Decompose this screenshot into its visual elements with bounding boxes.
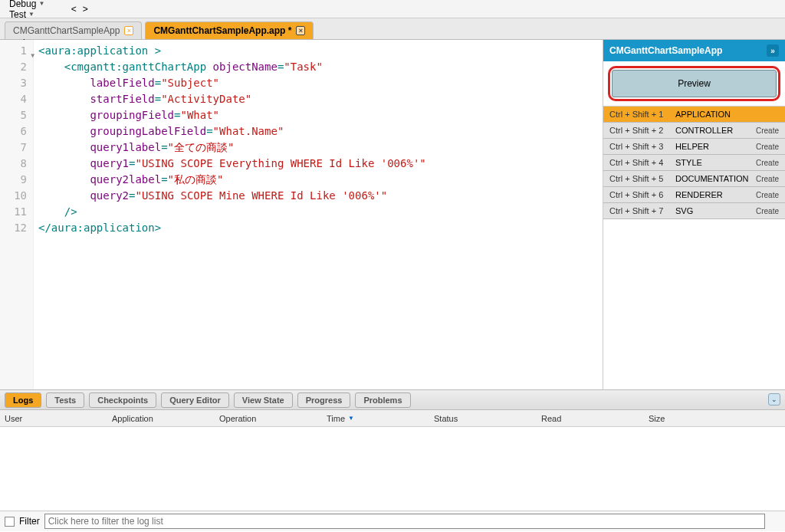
shortcut-label: Ctrl + Shift + 6 [609, 190, 675, 199]
nav-forward[interactable]: > [80, 4, 91, 15]
bundle-name: APPLICATION [675, 110, 779, 119]
chevron-down-icon: ▼ [38, 0, 44, 7]
col-time[interactable]: Time▼ [322, 414, 429, 423]
bottom-tab-progress[interactable]: Progress [297, 392, 351, 408]
filter-label: Filter [19, 516, 40, 527]
bottom-tab-view-state[interactable]: View State [234, 392, 293, 408]
editor-tabstrip: CMGanttChartSampleApp×CMGanttChartSample… [0, 18, 785, 40]
close-icon[interactable]: × [296, 26, 305, 35]
expand-icon[interactable]: » [767, 44, 779, 57]
bundle-name: SVG [675, 206, 756, 215]
shortcut-label: Ctrl + Shift + 4 [609, 158, 675, 167]
bundle-item-renderer[interactable]: Ctrl + Shift + 6RENDERERCreate [603, 187, 785, 203]
create-link[interactable]: Create [756, 175, 779, 183]
shortcut-label: Ctrl + Shift + 2 [609, 126, 675, 135]
shortcut-label: Ctrl + Shift + 1 [609, 110, 675, 119]
bundle-name: STYLE [675, 158, 756, 167]
bundle-header: CMGanttChartSampleApp » [603, 40, 785, 61]
create-link[interactable]: Create [756, 159, 779, 167]
col-operation[interactable]: Operation [215, 414, 322, 423]
bundle-item-application[interactable]: Ctrl + Shift + 1APPLICATION [603, 107, 785, 123]
bottom-tab-problems[interactable]: Problems [355, 392, 410, 408]
line-gutter: 1▼23456789101112 [0, 40, 34, 389]
sort-icon: ▼ [348, 415, 354, 422]
bundle-title: CMGanttChartSampleApp [609, 45, 722, 56]
bottom-tab-tests[interactable]: Tests [46, 392, 84, 408]
bundle-panel: CMGanttChartSampleApp » Preview Ctrl + S… [603, 40, 785, 389]
create-link[interactable]: Create [756, 126, 779, 135]
bundle-item-documentation[interactable]: Ctrl + Shift + 5DOCUMENTATIONCreate [603, 171, 785, 187]
bundle-name: HELPER [675, 142, 756, 151]
main-split: 1▼23456789101112 <aura:application > <cm… [0, 40, 785, 389]
chevron-down-icon: ▼ [28, 11, 34, 18]
bottom-panel: LogsTestsCheckpointsQuery EditorView Sta… [0, 389, 785, 531]
editor-tab[interactable]: CMGanttChartSampleApp× [5, 21, 142, 39]
bundle-list: Ctrl + Shift + 1APPLICATIONCtrl + Shift … [603, 107, 785, 219]
bottom-tab-checkpoints[interactable]: Checkpoints [89, 392, 156, 408]
nav-back[interactable]: < [68, 4, 80, 15]
bundle-name: DOCUMENTATION [675, 174, 756, 183]
bundle-name: CONTROLLER [675, 126, 756, 135]
tab-label: CMGanttChartSampleApp.app * [153, 25, 291, 36]
shortcut-label: Ctrl + Shift + 5 [609, 174, 675, 183]
col-read[interactable]: Read [537, 414, 644, 423]
create-link[interactable]: Create [756, 143, 779, 151]
create-link[interactable]: Create [756, 207, 779, 215]
filter-bar: Filter [0, 511, 785, 531]
bottom-tabstrip: LogsTestsCheckpointsQuery EditorView Sta… [0, 390, 785, 410]
menu-test[interactable]: Test ▼ [5, 9, 68, 20]
editor-tab[interactable]: CMGanttChartSampleApp.app *× [145, 21, 314, 39]
log-grid-header: User Application Operation Time▼ Status … [0, 410, 785, 427]
code-area[interactable]: <aura:application > <cmgantt:ganttChartA… [34, 40, 603, 389]
bundle-name: RENDERER [675, 190, 756, 199]
preview-highlight: Preview [603, 61, 785, 107]
shortcut-label: Ctrl + Shift + 3 [609, 142, 675, 151]
bundle-item-svg[interactable]: Ctrl + Shift + 7SVGCreate [603, 203, 785, 219]
tab-label: CMGanttChartSampleApp [13, 25, 120, 36]
close-icon[interactable]: × [124, 26, 133, 35]
col-status[interactable]: Status [429, 414, 537, 423]
code-editor[interactable]: 1▼23456789101112 <aura:application > <cm… [0, 40, 603, 389]
shortcut-label: Ctrl + Shift + 7 [609, 206, 675, 215]
col-size[interactable]: Size [644, 414, 785, 423]
menu-debug[interactable]: Debug ▼ [5, 0, 68, 9]
bottom-tab-logs[interactable]: Logs [5, 392, 41, 408]
filter-checkbox[interactable] [5, 517, 15, 527]
menubar: File ▼Edit ▼Debug ▼Test ▼Workspace ▼Help… [0, 0, 785, 18]
create-link[interactable]: Create [756, 191, 779, 199]
bundle-item-helper[interactable]: Ctrl + Shift + 3HELPERCreate [603, 139, 785, 155]
bundle-item-controller[interactable]: Ctrl + Shift + 2CONTROLLERCreate [603, 123, 785, 139]
bundle-item-style[interactable]: Ctrl + Shift + 4STYLECreate [603, 155, 785, 171]
col-application[interactable]: Application [107, 414, 215, 423]
collapse-icon[interactable]: ⌄ [768, 393, 780, 406]
preview-button[interactable]: Preview [612, 70, 777, 97]
col-user[interactable]: User [0, 414, 107, 423]
log-grid-body [0, 427, 785, 511]
filter-input[interactable] [44, 514, 765, 529]
bottom-tab-query-editor[interactable]: Query Editor [161, 392, 229, 408]
